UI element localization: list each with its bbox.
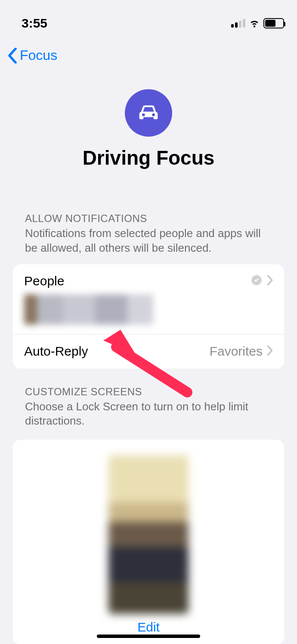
status-time: 3:55 [22, 16, 47, 31]
page-title: Driving Focus [83, 146, 215, 169]
auto-reply-value: Favorites [210, 344, 263, 359]
section-header-screens: CUSTOMIZE SCREENS Choose a Lock Screen t… [0, 369, 297, 434]
wifi-icon [249, 17, 260, 30]
edit-button[interactable]: Edit [137, 620, 160, 635]
section-subtitle: Choose a Lock Screen to turn on to help … [25, 400, 272, 429]
status-bar: 3:55 [0, 0, 297, 34]
screens-card: Edit [13, 440, 284, 644]
back-label: Focus [20, 47, 57, 63]
cellular-icon [231, 19, 245, 28]
battery-icon [263, 18, 284, 28]
lock-screen-thumbnail[interactable] [108, 455, 189, 614]
section-header-notifications: ALLOW NOTIFICATIONS Notifications from s… [0, 182, 297, 261]
notifications-card: People Auto-Reply Favorites [13, 264, 284, 369]
auto-reply-label: Auto-Reply [24, 344, 210, 359]
status-icons [231, 17, 284, 30]
chevron-left-icon [8, 48, 17, 63]
section-subtitle: Notifications from selected people and a… [25, 226, 272, 256]
focus-header: Driving Focus [0, 68, 297, 182]
chevron-right-icon [267, 275, 273, 287]
back-button[interactable]: Focus [0, 34, 297, 68]
people-avatars-redacted [24, 294, 153, 325]
people-label: People [24, 274, 64, 288]
home-indicator[interactable] [97, 635, 200, 638]
section-title: CUSTOMIZE SCREENS [25, 386, 272, 398]
people-row[interactable]: People [13, 264, 284, 334]
chevron-right-icon [267, 345, 273, 357]
car-icon [125, 89, 172, 137]
auto-reply-row[interactable]: Auto-Reply Favorites [13, 334, 284, 369]
section-title: ALLOW NOTIFICATIONS [25, 213, 272, 225]
verified-badge-icon [251, 274, 263, 288]
